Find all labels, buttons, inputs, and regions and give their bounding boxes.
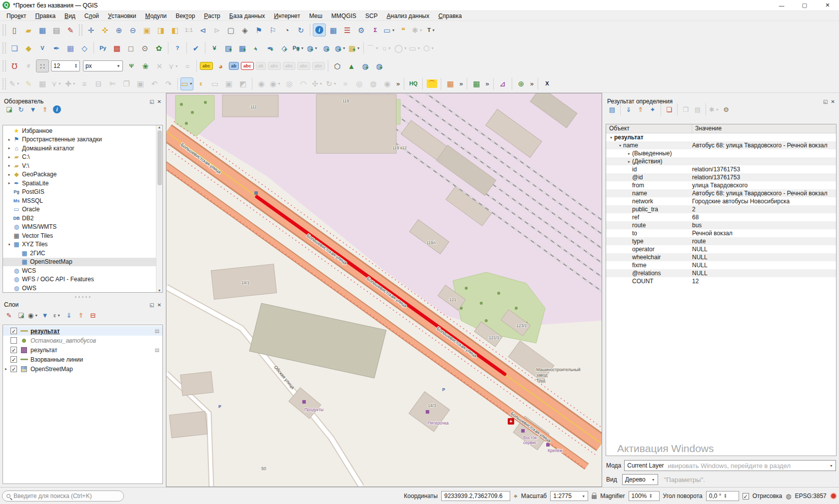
extents-toggle-icon[interactable]: ⌖ <box>514 492 518 501</box>
tree-expander-icon[interactable]: ▸ <box>6 172 12 177</box>
search-input[interactable]: Введите для поиска (Ctrl+K) <box>2 491 124 502</box>
browser-item-db2[interactable]: DBDB2 <box>3 214 162 223</box>
layer-visibility-checkbox[interactable]: ✓ <box>10 356 17 363</box>
raster-grid-plugin-button[interactable]: ▦ <box>470 77 483 90</box>
tree-expander-icon[interactable]: ▸ <box>6 146 12 150</box>
layer-labeling-button[interactable]: abc <box>200 62 213 70</box>
menu-scp[interactable]: SCP <box>361 11 382 20</box>
new-geopackage-button[interactable]: ◆ <box>22 41 35 54</box>
data-source-manager-button[interactable]: ❏ <box>8 41 21 54</box>
new-map-view-button[interactable]: ▢ <box>224 23 237 36</box>
identify-row-id[interactable]: idrelation/13761753 <box>606 165 836 173</box>
layer-visibility-checkbox[interactable]: ✓ <box>10 328 17 334</box>
menu-project[interactable]: Проект <box>2 11 31 20</box>
row-expander-icon[interactable]: ▸ <box>626 159 632 164</box>
layers-float-icon[interactable]: ◱ <box>149 302 154 308</box>
browser-add-layer-button[interactable]: ❏ <box>3 104 14 115</box>
browser-item-spatialite[interactable]: ▸✒SpatiaLite <box>3 179 162 188</box>
identify-row-ref[interactable]: ref68 <box>606 213 836 221</box>
identify-row-@relations[interactable]: @relationsNULL <box>606 269 836 277</box>
snapping-toggle-button[interactable]: ℧ <box>8 59 21 72</box>
browser-filter-button[interactable]: ▼ <box>27 104 38 115</box>
rotation-spinbox[interactable]: 0,0 ° ▲▼ <box>706 491 739 501</box>
browser-item-xyz-tiles[interactable]: ▾▦XYZ Tiles <box>3 240 162 249</box>
hqgis-plugin-button[interactable]: HQ <box>407 77 420 90</box>
lock-icon[interactable] <box>592 495 597 499</box>
select-features-button[interactable]: ▭▼ <box>180 77 193 90</box>
browser-item-mssql[interactable]: MsMSSQL <box>3 196 162 205</box>
identify-row-from[interactable]: fromулица Твардовского <box>606 181 836 189</box>
identify-row-operator[interactable]: operatorNULL <box>606 245 836 253</box>
coordinates-input[interactable]: 9233939.2,7362709.6 <box>441 491 510 501</box>
add-wfs-layer-button[interactable]: ◍▼ <box>334 41 347 54</box>
snapping-options-button[interactable]: ∷ <box>36 59 49 72</box>
show-bookmarks-button[interactable]: ⚐ <box>266 23 279 36</box>
toolbar-overflow-icon[interactable]: » <box>394 80 402 87</box>
layer-search-plugin-button[interactable]: ⊕ <box>515 77 528 90</box>
browser-item-favorites[interactable]: ★Избранное <box>3 126 162 135</box>
browser-collapse-all-button[interactable]: ⇑ <box>39 104 50 115</box>
maximize-button[interactable]: ▢ <box>793 0 816 11</box>
identify-row-to[interactable]: toРечной вокзал <box>606 229 836 237</box>
zoom-to-selection-button[interactable]: ◨ <box>154 23 167 36</box>
memory-layer-indicator-icon[interactable]: ▤ <box>155 347 159 353</box>
identify-row-type[interactable]: typeroute <box>606 237 836 245</box>
metasearch-button[interactable]: ⬡ <box>331 59 344 72</box>
magnifier-spinbox[interactable]: 100% ▲▼ <box>629 491 660 501</box>
identify-mode-combo[interactable]: Current Layer ивировать Windows, перейди… <box>624 460 836 471</box>
menu-help[interactable]: Справка <box>434 11 466 20</box>
identify-settings-button[interactable]: ⚙ <box>721 104 732 115</box>
layer-item-bus-stops[interactable]: Остановки_автобусов <box>3 336 162 345</box>
menu-raster[interactable]: Растр <box>199 11 224 20</box>
toolbar-overflow-icon[interactable]: » <box>483 80 491 87</box>
identify-close-icon[interactable]: ✕ <box>831 99 835 104</box>
pin-labels-button[interactable]: ab <box>229 62 239 70</box>
identify-row-результат[interactable]: ▾результат <box>606 133 836 141</box>
scale-combo[interactable]: 1:2775 ▼ <box>550 491 588 501</box>
add-postgis-layer-button[interactable]: Pg▼ <box>292 41 305 54</box>
processing-toolbox-button[interactable]: ⚙ <box>355 23 368 36</box>
row-expander-icon[interactable]: ▸ <box>626 151 632 156</box>
identify-view-combo[interactable]: Дерево ▼ <box>622 474 658 485</box>
identify-expand-tree-button[interactable]: ⇓ <box>623 104 634 115</box>
mesh-calculator-button[interactable]: ◻ <box>124 41 137 54</box>
menu-mmqgis[interactable]: MMQGIS <box>327 11 361 20</box>
menu-view[interactable]: Вид <box>60 11 80 20</box>
new-spatialite-button[interactable]: ✒ <box>50 41 63 54</box>
zoom-in-button[interactable]: ⊕ <box>112 23 125 36</box>
avoid-intersections-button[interactable]: ❀ <box>139 59 152 72</box>
browser-scrollbar[interactable]: ▲ ▼ <box>156 125 162 292</box>
identify-form-view-button[interactable]: ▤ <box>607 104 618 115</box>
layers-expand-all-button[interactable]: ⇓ <box>63 310 74 321</box>
identify-expand-new-button[interactable]: ✦ <box>647 104 658 115</box>
memory-layer-indicator-icon[interactable]: ▤ <box>155 328 159 334</box>
new-shapefile-button[interactable]: V <box>36 41 49 54</box>
new-virtual-layer-button[interactable]: ◇ <box>78 41 91 54</box>
add-raster-layer-button[interactable]: ▨ <box>222 41 235 54</box>
osm-place-search-button[interactable]: ⊙ <box>138 41 151 54</box>
layers-close-icon[interactable]: ✕ <box>157 302 161 308</box>
add-wcs-layer-button[interactable]: ◍ <box>320 41 333 54</box>
menu-vector[interactable]: Вектор <box>171 11 200 20</box>
new-mesh-button[interactable]: ▦ <box>64 41 77 54</box>
identify-float-icon[interactable]: ◱ <box>823 99 828 104</box>
highlight-labels-button[interactable]: abc <box>241 62 254 70</box>
row-expander-icon[interactable]: ▾ <box>608 135 614 140</box>
identify-row-wheelchair[interactable]: wheelchairNULL <box>606 253 836 261</box>
toolbar-overflow-icon[interactable]: » <box>457 80 465 87</box>
layer-item-result-line[interactable]: ✓результат▤ <box>3 326 162 336</box>
tree-expander-icon[interactable]: ▸ <box>6 181 12 185</box>
tree-expander-icon[interactable]: ▸ <box>6 163 12 168</box>
pan-map-button[interactable]: ✛ <box>84 23 97 36</box>
messages-icon[interactable] <box>830 493 837 500</box>
identify-row-@id[interactable]: @idrelation/13761753 <box>606 173 836 181</box>
qgis-hub-button[interactable]: ◍ <box>359 59 372 72</box>
check-geometries-button[interactable]: ✔ <box>189 41 202 54</box>
select-by-expression-button[interactable]: ε <box>194 77 207 90</box>
statistics-button[interactable]: ☰ <box>341 23 354 36</box>
browser-item-wms[interactable]: ◍WMS/WMTS <box>3 223 162 232</box>
layer-expander-icon[interactable]: ▸ <box>5 367 10 371</box>
zoom-full-button[interactable]: ▣ <box>140 23 153 36</box>
scroll-up-icon[interactable]: ▲ <box>158 125 161 129</box>
browser-item-postgis[interactable]: PgPostGIS <box>3 188 162 197</box>
